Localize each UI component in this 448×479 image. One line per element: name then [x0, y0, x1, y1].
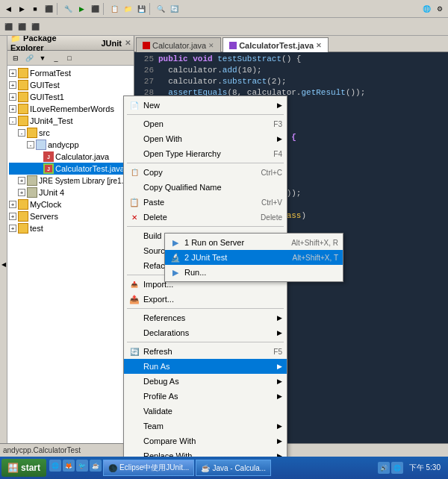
- left-collapse-arrow[interactable]: ◀: [0, 36, 7, 443]
- toolbar-btn-9[interactable]: 💾: [134, 2, 148, 16]
- minimize-panel-btn[interactable]: _: [49, 51, 63, 65]
- folder-icon: [18, 80, 28, 90]
- menu-item-new[interactable]: 📄 New ▶: [124, 98, 287, 113]
- tray-icon-2[interactable]: 🌐: [391, 462, 403, 474]
- second-toolbar-btn-3[interactable]: ⬛: [28, 20, 42, 34]
- menu-item-run-as[interactable]: Run As ▶: [124, 359, 287, 374]
- package-explorer-tab[interactable]: 📁 Package Explorer: [10, 36, 91, 52]
- tree-item-ilovr[interactable]: + ILoveRememberWords: [9, 103, 132, 115]
- tree-item-calculator-java[interactable]: J Calculator.java: [9, 151, 132, 163]
- tree-item-formattest[interactable]: + FormatTest: [9, 67, 132, 79]
- taskbar-icon-3[interactable]: 🐦: [76, 460, 88, 472]
- menu-item-copy-qualified[interactable]: Copy Qualified Name: [124, 180, 287, 195]
- menu-item-validate[interactable]: Validate: [124, 404, 287, 419]
- tree-item-guitest[interactable]: + GUITest: [9, 79, 132, 91]
- toolbar-btn-11[interactable]: 🔄: [167, 2, 181, 16]
- tree-expander[interactable]: +: [9, 213, 16, 220]
- tree-expander[interactable]: +: [18, 177, 25, 184]
- toolbar-btn-3[interactable]: ■: [28, 2, 42, 16]
- menu-item-open-type-hierarchy[interactable]: Open Type Hierarchy F4: [124, 146, 287, 161]
- submenu-run[interactable]: ▶ Run...: [165, 265, 343, 280]
- menu-item-compare-with[interactable]: Compare With ▶: [124, 433, 287, 448]
- toolbar-btn-13[interactable]: ⚙: [433, 2, 447, 16]
- folder-icon: [18, 211, 28, 222]
- tree-item-myclock[interactable]: + MyClock: [9, 198, 132, 210]
- menu-item-delete[interactable]: ✕ Delete Delete: [124, 210, 287, 225]
- tree-item-junit4test[interactable]: - JUnit4_Test: [9, 115, 132, 127]
- tree-item-jre[interactable]: + JRE System Library [jre1.5.: [9, 175, 132, 187]
- tree-expander[interactable]: +: [9, 225, 16, 232]
- tree-item-calculatortest-java[interactable]: J CalculatorTest.java: [9, 163, 132, 175]
- link-with-editor-btn[interactable]: 🔗: [22, 51, 36, 65]
- menu-item-declarations[interactable]: Declarations ▶: [124, 325, 287, 340]
- run-icon: ▶: [169, 266, 181, 278]
- tree-item-junit4[interactable]: + JUnit 4: [9, 187, 132, 198]
- panel-close-button[interactable]: ✕: [125, 39, 131, 47]
- menu-item-profile-as[interactable]: Profile As ▶: [124, 389, 287, 404]
- tab-calculatortest-java[interactable]: CalculatorTest.java ✕: [223, 37, 329, 52]
- toolbar-btn-8[interactable]: 📁: [121, 2, 134, 16]
- submenu-run-on-server[interactable]: ▶ 1 Run on Server Alt+Shift+X, R: [165, 235, 343, 250]
- runas-arrow: ▶: [277, 363, 282, 370]
- tree-item-src[interactable]: - src: [9, 127, 132, 139]
- taskbar-ff-icon[interactable]: 🦊: [63, 460, 75, 472]
- tray-icon-1[interactable]: 🔊: [378, 462, 390, 474]
- menu-item-copy[interactable]: 📋 Copy Ctrl+C: [124, 165, 287, 180]
- tree-expander[interactable]: -: [9, 117, 16, 125]
- menu-item-export[interactable]: 📤 Export...: [124, 292, 287, 307]
- tree-item-andycpp[interactable]: - andycpp: [9, 139, 132, 151]
- tree-item-servers[interactable]: + Servers: [9, 210, 132, 222]
- folder-icon: [18, 199, 28, 210]
- menu-item-refresh[interactable]: 🔄 Refresh F5: [124, 344, 287, 359]
- second-toolbar-btn-1[interactable]: ⬛: [1, 20, 15, 34]
- toolbar-btn-10[interactable]: 🔍: [154, 2, 167, 16]
- toolbar-btn-7[interactable]: 📋: [108, 2, 121, 16]
- toolbar-btn-2[interactable]: ▶: [15, 2, 28, 16]
- toolbar-btn-run[interactable]: ▶: [75, 2, 88, 16]
- editor-tab-bar: Calculator.java ✕ CalculatorTest.java ✕: [134, 36, 448, 52]
- package-icon: [36, 140, 46, 150]
- taskbar-icon-4[interactable]: ☕: [90, 460, 102, 472]
- second-toolbar-btn-2[interactable]: ⬛: [15, 20, 28, 34]
- tab-close-calculator[interactable]: ✕: [208, 42, 214, 49]
- tree-expander[interactable]: -: [27, 141, 34, 148]
- tree-expander[interactable]: +: [9, 93, 16, 101]
- menu-item-team[interactable]: Team ▶: [124, 419, 287, 433]
- start-button[interactable]: 🪟 start: [1, 459, 46, 477]
- maximize-panel-btn[interactable]: □: [63, 51, 76, 65]
- copy-qualified-icon: [128, 181, 140, 193]
- system-clock: 下午 5:30: [405, 463, 445, 473]
- tree-expander[interactable]: +: [9, 105, 16, 113]
- toolbar-btn-12[interactable]: 🌐: [420, 2, 433, 16]
- taskbar-eclipse-item[interactable]: 🌑 Eclipse中使用JUnit...: [103, 460, 194, 476]
- refresh-icon: 🔄: [128, 345, 140, 357]
- code-line-26: 26 calculator.add(10);: [137, 65, 445, 76]
- junit-tab[interactable]: JUnit: [102, 39, 122, 48]
- tab-calculator-java[interactable]: Calculator.java ✕: [136, 37, 221, 52]
- tree-item-guitest1[interactable]: + GUITest1: [9, 91, 132, 103]
- menu-item-open[interactable]: Open F3: [124, 116, 287, 131]
- menu-item-open-with[interactable]: Open With ▶: [124, 131, 287, 146]
- tree-expander[interactable]: +: [9, 201, 16, 208]
- toolbar-btn-6[interactable]: ⬛: [88, 2, 102, 16]
- menu-item-paste[interactable]: 📋 Paste Ctrl+V: [124, 195, 287, 210]
- tree-expander[interactable]: +: [9, 69, 16, 77]
- collapse-all-btn[interactable]: ⊟: [9, 51, 22, 65]
- toolbar-btn-5[interactable]: 🔧: [61, 2, 75, 16]
- tab-close-calculatortest[interactable]: ✕: [316, 42, 322, 49]
- tree-expander[interactable]: -: [18, 129, 25, 137]
- menu-item-references[interactable]: References ▶: [124, 310, 287, 325]
- menu-item-debug-as[interactable]: Debug As ▶: [124, 374, 287, 389]
- taskbar: 🪟 start 🌐 🦊 🐦 ☕ 🌑 Eclipse中使用JUnit... ☕ J…: [0, 457, 448, 479]
- tree-expander[interactable]: +: [9, 81, 16, 89]
- tree-item-test[interactable]: + test: [9, 222, 132, 234]
- panel-menu-btn[interactable]: ▼: [36, 51, 49, 65]
- submenu-junit-test[interactable]: 🔬 2 JUnit Test Alt+Shift+X, T: [165, 250, 343, 265]
- new-arrow: ▶: [277, 101, 282, 109]
- tree-expander[interactable]: +: [18, 189, 25, 196]
- taskbar-java-item[interactable]: ☕ Java - Calcula...: [196, 460, 271, 476]
- taskbar-ie-icon[interactable]: 🌐: [49, 460, 61, 472]
- toolbar-btn-1[interactable]: ◀: [1, 2, 15, 16]
- toolbar-btn-4[interactable]: ⬛: [42, 2, 55, 16]
- second-toolbar: ⬛ ⬛ ⬛: [0, 18, 448, 36]
